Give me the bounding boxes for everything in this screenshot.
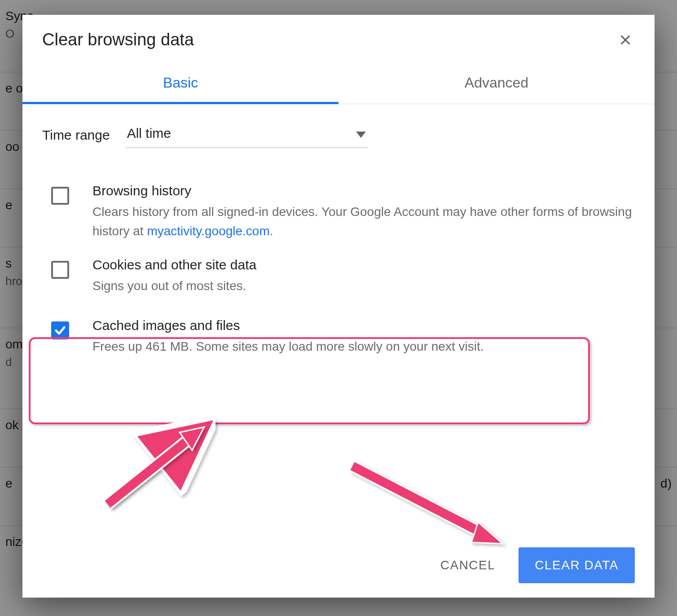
tab-advanced[interactable]: Advanced: [338, 63, 655, 104]
option-desc: Frees up 461 MB. Some sites may load mor…: [92, 337, 635, 356]
option-title: Cached images and files: [92, 318, 635, 333]
tab-basic[interactable]: Basic: [22, 63, 338, 104]
checkbox-hit: [42, 183, 78, 205]
close-icon: [618, 33, 633, 47]
option-text: Cookies and other site data Signs you ou…: [92, 257, 635, 295]
svg-line-7: [352, 466, 487, 536]
option-desc: Clears history from all signed-in device…: [92, 202, 635, 241]
option-title: Cookies and other site data: [92, 257, 635, 273]
svg-line-0: [108, 435, 195, 504]
time-range-select[interactable]: All time: [125, 122, 368, 148]
time-range-label: Time range: [42, 128, 110, 143]
clear-data-button[interactable]: CLEAR DATA: [519, 547, 635, 583]
close-button[interactable]: [616, 31, 635, 49]
option-title: Browsing history: [92, 183, 635, 198]
browsing-history-checkbox[interactable]: [51, 187, 69, 205]
option-desc: Signs you out of most sites.: [92, 276, 635, 295]
dialog-header: Clear browsing data: [22, 15, 655, 54]
dialog-title: Clear browsing data: [42, 30, 194, 49]
cookies-checkbox[interactable]: [51, 261, 69, 279]
annotation-arrow-left-outline: [90, 419, 215, 518]
option-text: Cached images and files Frees up 461 MB.…: [92, 318, 635, 356]
dialog-body: Time range All time Browsing history Cle…: [22, 104, 655, 371]
dialog-tabs: Basic Advanced: [22, 63, 655, 104]
checkbox-hit: [42, 318, 78, 339]
cached-checkbox[interactable]: [51, 321, 69, 339]
time-range-row: Time range All time: [42, 122, 635, 148]
option-text: Browsing history Clears history from all…: [92, 183, 635, 241]
option-cached: Cached images and files Frees up 461 MB.…: [42, 304, 635, 370]
checkmark-icon: [54, 324, 66, 337]
svg-line-1: [108, 435, 195, 504]
chevron-down-icon: [356, 126, 366, 141]
option-browsing-history: Browsing history Clears history from all…: [42, 175, 635, 249]
cancel-button[interactable]: CANCEL: [437, 554, 499, 577]
annotation-arrow-right: [339, 453, 528, 556]
checkbox-hit: [42, 257, 78, 279]
time-range-value: All time: [127, 126, 171, 141]
svg-line-2: [108, 432, 198, 504]
svg-line-3: [108, 438, 191, 504]
myactivity-link[interactable]: myactivity.google.com: [147, 224, 269, 238]
svg-line-4: [108, 438, 191, 504]
dialog-footer: CANCEL CLEAR DATA: [437, 547, 635, 583]
clear-browsing-data-dialog: Clear browsing data Basic Advanced Time …: [22, 15, 655, 598]
svg-line-6: [352, 466, 487, 536]
svg-marker-5: [180, 427, 204, 450]
svg-marker-8: [471, 522, 503, 544]
option-cookies: Cookies and other site data Signs you ou…: [42, 249, 635, 304]
annotation-arrow-left: [90, 419, 215, 518]
